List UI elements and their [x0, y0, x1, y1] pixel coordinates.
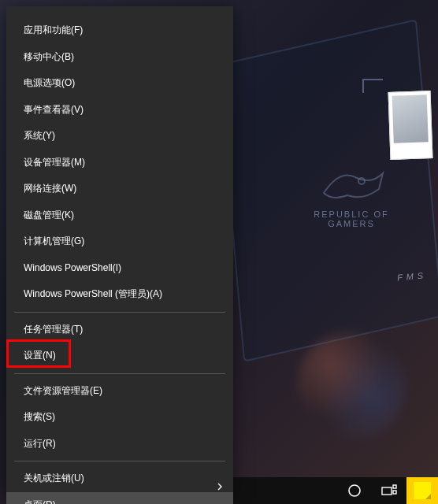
- menu-item-label: 电源选项(O): [24, 77, 75, 88]
- rog-text: REPUBLIC OF GAMERS: [304, 209, 399, 228]
- winx-context-menu: 应用和功能(F)移动中心(B)电源选项(O)事件查看器(V)系统(Y)设备管理器…: [6, 6, 233, 495]
- taskbar: [233, 477, 438, 504]
- menu-separator: [14, 461, 225, 461]
- sticky-notes-icon[interactable]: [406, 477, 438, 504]
- menu-shutdown-signout[interactable]: 关机或注销(U): [6, 465, 233, 492]
- menu-apps-and-features[interactable]: 应用和功能(F): [6, 17, 233, 44]
- menu-powershell-admin[interactable]: Windows PowerShell (管理员)(A): [6, 281, 233, 308]
- menu-network-connections[interactable]: 网络连接(W): [6, 176, 233, 202]
- menu-system[interactable]: 系统(Y): [6, 123, 233, 150]
- menu-event-viewer[interactable]: 事件查看器(V): [6, 97, 233, 124]
- chevron-right-icon: [217, 475, 222, 483]
- menu-desktop[interactable]: 桌面(D): [6, 492, 233, 505]
- menu-item-label: 事件查看器(V): [24, 104, 84, 115]
- menu-separator: [14, 373, 225, 374]
- cortana-icon[interactable]: [337, 477, 372, 504]
- svg-rect-4: [393, 491, 396, 494]
- menu-item-label: 桌面(D): [24, 499, 56, 505]
- svg-rect-2: [382, 487, 392, 495]
- menu-item-label: 设置(N): [24, 350, 56, 361]
- svg-point-1: [349, 485, 360, 496]
- menu-item-label: Windows PowerShell (管理员)(A): [24, 288, 162, 299]
- menu-item-label: 计算机管理(G): [24, 235, 84, 246]
- menu-item-label: 设备管理器(M): [24, 157, 85, 168]
- menu-task-manager[interactable]: 任务管理器(T): [6, 317, 233, 343]
- menu-item-label: 任务管理器(T): [24, 324, 83, 335]
- svg-rect-3: [393, 485, 396, 488]
- menu-settings[interactable]: 设置(N): [6, 343, 233, 369]
- menu-disk-management[interactable]: 磁盘管理(K): [6, 202, 233, 229]
- rog-logo: REPUBLIC OF GAMERS: [304, 165, 399, 236]
- menu-item-label: 网络连接(W): [24, 183, 76, 194]
- menu-item-label: 移动中心(B): [24, 51, 74, 62]
- menu-run[interactable]: 运行(R): [6, 431, 233, 458]
- menu-mobility-center[interactable]: 移动中心(B): [6, 44, 233, 71]
- menu-item-label: 关机或注销(U): [24, 472, 84, 484]
- menu-item-label: 应用和功能(F): [24, 24, 83, 35]
- menu-item-label: 运行(R): [24, 438, 56, 449]
- menu-item-label: Windows PowerShell(I): [24, 262, 121, 273]
- menu-power-options[interactable]: 电源选项(O): [6, 70, 233, 97]
- menu-separator: [14, 312, 225, 313]
- menu-item-label: 文件资源管理器(E): [24, 385, 102, 396]
- menu-file-explorer[interactable]: 文件资源管理器(E): [6, 378, 233, 405]
- menu-item-label: 系统(Y): [24, 130, 55, 141]
- menu-powershell[interactable]: Windows PowerShell(I): [6, 255, 233, 282]
- menu-search[interactable]: 搜索(S): [6, 404, 233, 431]
- menu-device-manager[interactable]: 设备管理器(M): [6, 150, 233, 176]
- menu-item-label: 搜索(S): [24, 411, 55, 422]
- task-view-icon[interactable]: [372, 477, 406, 504]
- menu-computer-management[interactable]: 计算机管理(G): [6, 228, 233, 255]
- menu-item-label: 磁盘管理(K): [24, 209, 74, 220]
- frame-corner-decor: [362, 79, 383, 93]
- desktop-photo-frame: [388, 91, 433, 160]
